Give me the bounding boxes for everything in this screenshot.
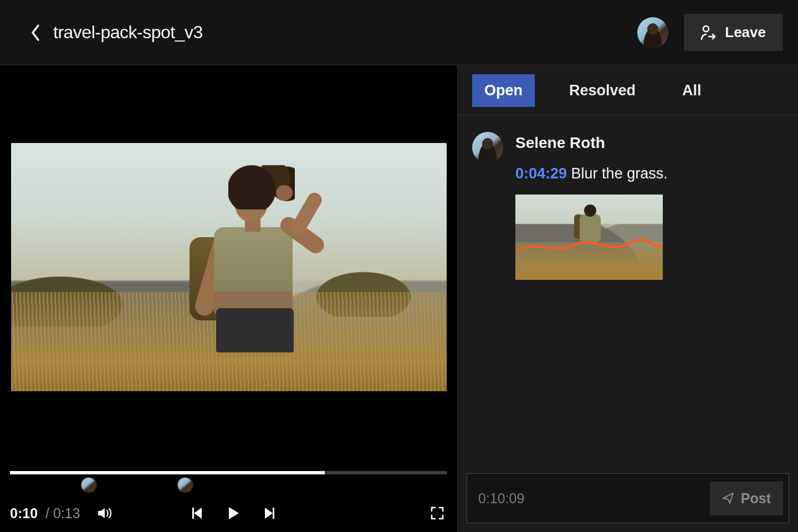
step-back-icon [191, 506, 205, 520]
comment-tabs: Open Resolved All [458, 65, 798, 115]
comment-item[interactable]: Selene Roth 0:04:29 Blur the grass. [472, 132, 784, 280]
person-leave-icon [700, 24, 717, 41]
chevron-left-icon [30, 24, 41, 42]
timeline-progress [10, 471, 325, 474]
tab-all[interactable]: All [670, 74, 714, 107]
comments-panel: Open Resolved All Selene Roth 0:04:29 Bl… [458, 65, 798, 532]
comment-timecode[interactable]: 0:04:29 [515, 165, 567, 182]
step-forward-button[interactable] [259, 503, 279, 523]
video-content-hiker [167, 165, 334, 387]
play-button[interactable] [223, 503, 243, 523]
svg-rect-1 [192, 508, 194, 519]
annotation-stroke [515, 236, 663, 258]
fullscreen-button[interactable] [427, 503, 447, 523]
step-forward-icon [262, 506, 276, 520]
tab-open[interactable]: Open [472, 74, 535, 107]
video-frame[interactable] [11, 143, 447, 391]
svg-rect-2 [273, 508, 274, 519]
header-bar: travel-pack-spot_v3 Leave [0, 0, 798, 65]
timeline-scrubber[interactable] [10, 471, 447, 474]
comment-text: Blur the grass. [571, 165, 668, 182]
play-icon [227, 506, 240, 520]
post-button[interactable]: Post [710, 482, 783, 515]
duration-time: / 0:13 [45, 505, 80, 521]
leave-label: Leave [725, 24, 766, 41]
volume-icon [96, 505, 113, 521]
volume-button[interactable] [95, 503, 115, 523]
comment-marker[interactable] [177, 477, 193, 493]
player-controls: 0:10 / 0:13 [0, 458, 457, 532]
back-button[interactable] [24, 22, 47, 44]
video-panel: 0:10 / 0:13 [0, 65, 458, 532]
composer-timecode: 0:10:09 [478, 490, 710, 507]
tab-resolved[interactable]: Resolved [557, 74, 648, 107]
post-label: Post [741, 490, 771, 507]
step-back-button[interactable] [188, 503, 208, 523]
svg-point-0 [703, 26, 709, 32]
send-icon [722, 492, 734, 504]
leave-button[interactable]: Leave [684, 14, 782, 51]
comment-composer[interactable]: 0:10:09 Post [467, 473, 789, 523]
file-title: travel-pack-spot_v3 [53, 22, 203, 43]
comment-author: Selene Roth [515, 134, 784, 152]
current-time: 0:10 [10, 505, 38, 521]
comment-thumbnail[interactable] [515, 195, 663, 280]
user-avatar[interactable] [637, 17, 668, 48]
comment-avatar [472, 132, 503, 163]
comment-marker[interactable] [80, 477, 97, 493]
fullscreen-icon [430, 506, 444, 520]
